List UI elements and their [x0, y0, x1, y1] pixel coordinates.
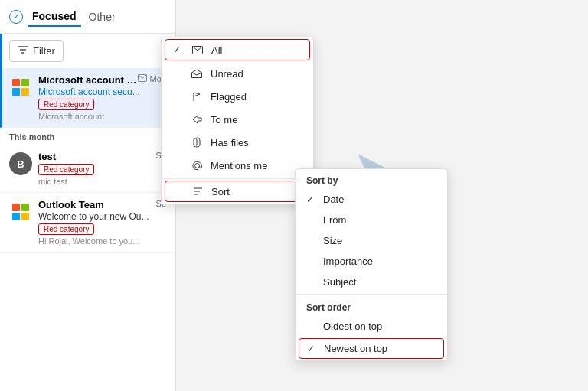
envelope-icon	[191, 44, 204, 56]
svg-point-8	[194, 163, 199, 168]
check-mentions-me	[172, 160, 183, 171]
sort-date[interactable]: ✓ Date	[296, 189, 447, 210]
check-subject	[306, 277, 317, 288]
sort-order-label: Sort order	[296, 296, 447, 316]
preview-3: Hi Rojal, Welcome to you...	[38, 236, 166, 246]
check-unread	[172, 68, 183, 79]
avatar-outlook	[9, 200, 32, 223]
filter-all[interactable]: ✓ All	[165, 39, 310, 60]
sender-3: Outlook Team	[38, 199, 104, 210]
email-content-2: test Su Red category mic test	[38, 151, 166, 186]
category-badge-2: Red category	[38, 164, 94, 175]
email-item-1[interactable]: Microsoft account te... Mon Microsoft ac…	[0, 68, 175, 128]
filter-mentions-me[interactable]: Mentions me	[162, 154, 313, 177]
sort-importance-label: Importance	[323, 256, 373, 267]
check-to-me	[172, 114, 183, 125]
sort-from-label: From	[323, 214, 346, 226]
envelope-icon-1	[138, 74, 147, 83]
check-date: ✓	[306, 194, 317, 205]
sort-by-label: Sort by	[296, 169, 447, 189]
sort-subject[interactable]: Subject	[296, 272, 447, 292]
check-all: ✓	[173, 44, 184, 55]
paperclip-icon	[191, 136, 203, 148]
sender-1: Microsoft account te...	[38, 74, 138, 86]
sort-oldest[interactable]: Oldest on top	[296, 316, 447, 337]
avatar-b: B	[9, 152, 32, 175]
sort-divider	[296, 294, 447, 295]
category-badge-1: Red category	[38, 99, 94, 110]
category-badge-3: Red category	[38, 223, 94, 235]
section-this-month: This month	[0, 128, 175, 145]
check-sort	[173, 186, 184, 197]
check-oldest	[306, 321, 317, 332]
filter-sort[interactable]: Sort ›	[165, 181, 310, 202]
filter-to-me-label: To me	[211, 114, 237, 125]
filter-dropdown: ✓ All Unread Flagged To me Has file	[161, 37, 314, 204]
filter-flagged[interactable]: Flagged	[162, 85, 313, 108]
filter-has-files[interactable]: Has files	[162, 131, 313, 154]
email-content-1: Microsoft account te... Mon Microsoft ac…	[38, 74, 166, 121]
subject-1: Microsoft account secu...	[38, 86, 166, 97]
check-size	[306, 236, 317, 246]
tab-focused[interactable]: Focused	[28, 7, 81, 27]
sort-importance[interactable]: Importance	[296, 251, 447, 272]
filter-all-label: All	[211, 44, 222, 56]
preview-1: Microsoft account	[38, 112, 166, 121]
sort-submenu: Sort by ✓ Date From Size Importance Subj…	[295, 168, 448, 361]
flag-icon	[191, 90, 203, 103]
email-item-2[interactable]: B test Su Red category mic test	[0, 145, 175, 193]
to-me-icon	[191, 113, 203, 125]
sort-size-label: Size	[323, 235, 342, 246]
check-importance	[306, 256, 317, 267]
focused-tab-icon: ✓	[9, 10, 23, 24]
tab-bar: ✓ Focused Other	[0, 0, 175, 34]
sort-oldest-label: Oldest on top	[323, 321, 382, 332]
check-newest: ✓	[307, 344, 318, 354]
sort-date-label: Date	[323, 194, 344, 205]
email-item-3[interactable]: Outlook Team Su Welcome to your new Ou..…	[0, 193, 175, 253]
left-panel: ✓ Focused Other Filter Microso	[0, 0, 176, 391]
sort-icon	[191, 185, 204, 197]
filter-button[interactable]: Filter	[9, 40, 64, 62]
filter-has-files-label: Has files	[211, 137, 249, 148]
email-content-3: Outlook Team Su Welcome to your new Ou..…	[38, 199, 166, 246]
check-flagged	[172, 91, 183, 102]
sender-2: test	[38, 151, 56, 162]
preview-2: mic test	[38, 177, 166, 186]
at-icon	[191, 159, 203, 171]
sort-size[interactable]: Size	[296, 230, 447, 251]
filter-unread[interactable]: Unread	[162, 62, 313, 85]
sort-newest[interactable]: ✓ Newest on top	[299, 338, 444, 359]
filter-to-me[interactable]: To me	[162, 108, 313, 131]
filter-label: Filter	[33, 45, 55, 57]
check-from	[306, 215, 317, 226]
filter-flagged-label: Flagged	[211, 91, 247, 103]
filter-unread-label: Unread	[211, 68, 243, 80]
check-has-files	[172, 137, 183, 148]
sort-subject-label: Subject	[323, 276, 356, 288]
filter-icon	[18, 44, 28, 57]
menu-divider	[162, 178, 313, 179]
subject-3: Welcome to your new Ou...	[38, 211, 166, 222]
avatar-microsoft	[9, 76, 32, 99]
filter-sort-label: Sort	[211, 186, 230, 197]
tab-other[interactable]: Other	[84, 8, 120, 26]
sort-from[interactable]: From	[296, 210, 447, 230]
sort-newest-label: Newest on top	[324, 343, 387, 354]
filter-mentions-me-label: Mentions me	[211, 160, 267, 171]
envelope-open-icon	[191, 67, 203, 80]
